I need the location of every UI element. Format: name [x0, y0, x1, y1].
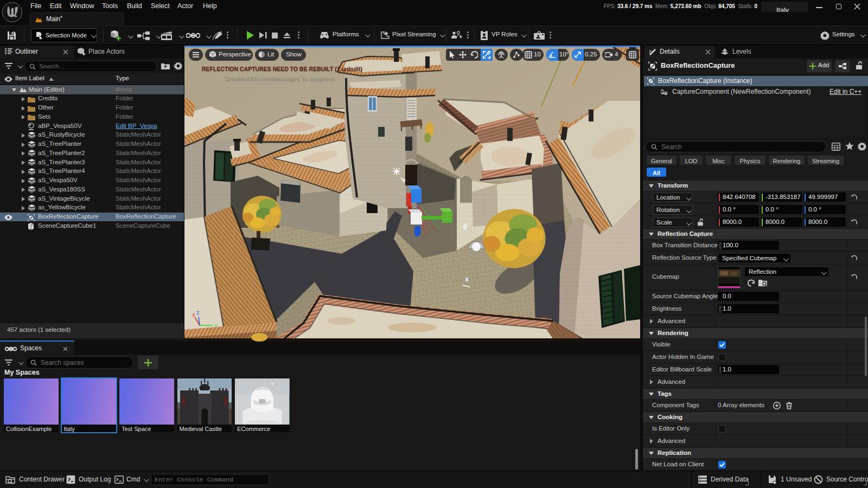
- svg-text:Y: Y: [214, 323, 218, 329]
- svg-text:Z: Z: [196, 310, 200, 316]
- svg-text:X: X: [192, 312, 195, 318]
